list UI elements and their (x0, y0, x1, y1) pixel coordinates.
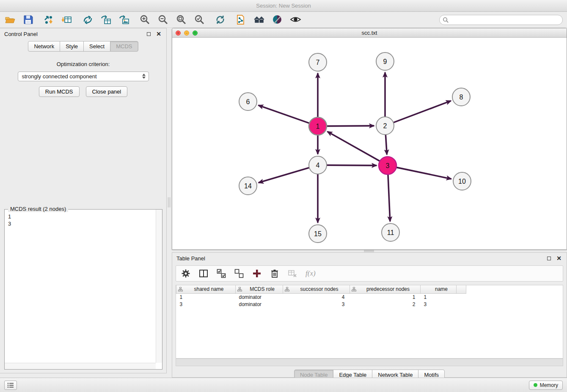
dropdown-selected-value: strongly connected component (22, 73, 97, 80)
graph-node-label-1: 1 (316, 123, 320, 130)
run-mcds-button[interactable]: Run MCDS (39, 86, 80, 97)
mcds-result-line[interactable]: 3 (8, 220, 152, 227)
deselect-all-icon[interactable] (234, 269, 244, 278)
table-horizontal-scrollbar[interactable] (176, 359, 563, 366)
tab-select[interactable]: Select (83, 41, 110, 52)
tab-style[interactable]: Style (60, 41, 84, 52)
column-header-mcds-role[interactable]: MCDS role (236, 285, 283, 293)
new-network-from-selection-icon[interactable] (235, 14, 247, 25)
zoom-out-icon[interactable] (157, 14, 169, 25)
memory-button[interactable]: Memory (529, 381, 563, 390)
delete-column-icon[interactable] (270, 269, 279, 278)
result-vertical-scrollbar[interactable] (156, 210, 162, 363)
sort-icon (352, 287, 356, 292)
save-session-icon[interactable] (22, 14, 34, 25)
tab-mcds[interactable]: MCDS (110, 41, 138, 52)
table-cell[interactable]: 3 (283, 301, 350, 308)
table-cell-filler (457, 301, 466, 308)
mcds-result-line[interactable]: 1 (8, 213, 152, 220)
float-table-panel-icon[interactable] (545, 255, 552, 262)
table-row[interactable]: 3dominator323 (176, 301, 466, 308)
table-cell[interactable]: 1 (421, 293, 457, 301)
export-network-icon[interactable] (82, 14, 94, 25)
zoom-in-icon[interactable] (139, 14, 151, 25)
graph-edge-4-14[interactable] (259, 168, 310, 183)
graph-edge-3-1[interactable] (328, 132, 380, 161)
mcds-result-list[interactable]: 13 (5, 210, 155, 362)
table-cell[interactable]: dominator (236, 301, 283, 308)
close-panel-icon[interactable]: ✕ (155, 30, 162, 37)
graph-edge-1-6[interactable] (259, 105, 310, 124)
zoom-selected-icon[interactable] (194, 14, 205, 25)
function-builder-icon[interactable]: f(x) (306, 269, 316, 278)
column-header-successor-nodes[interactable]: successor nodes (283, 285, 350, 293)
memory-label: Memory (540, 382, 558, 388)
float-panel-icon[interactable] (145, 30, 152, 37)
graph-edge-2-3[interactable] (385, 134, 387, 155)
control-panel: Control Panel ✕ Network Style Select MCD… (0, 28, 167, 373)
vertical-splitter[interactable] (167, 28, 172, 373)
sort-icon (237, 287, 242, 292)
graph-edge-3-10[interactable] (396, 167, 451, 179)
column-header-shared-name[interactable]: shared name (176, 285, 236, 293)
export-image-icon[interactable] (118, 14, 130, 25)
graph-edge-2-8[interactable] (393, 101, 451, 123)
close-table-panel-icon[interactable]: ✕ (556, 255, 562, 262)
horizontal-splitter-grip[interactable] (364, 250, 374, 252)
table-cell[interactable]: 2 (350, 301, 421, 308)
optimization-criterion-dropdown[interactable]: strongly connected component (18, 72, 149, 81)
table-cell[interactable]: dominator (236, 293, 283, 301)
settings-gear-icon[interactable] (181, 269, 190, 278)
export-table-icon[interactable] (100, 14, 112, 25)
graph-edge-3-11[interactable] (388, 174, 390, 221)
apply-layout-icon[interactable] (215, 14, 226, 25)
import-network-icon[interactable] (43, 14, 55, 25)
graph-node-label-9: 9 (383, 58, 387, 65)
task-history-button[interactable] (4, 381, 17, 390)
control-panel-tabs: Network Style Select MCDS (0, 41, 166, 52)
column-header-filler (457, 285, 466, 293)
home-icon[interactable] (253, 14, 265, 25)
column-selector-icon[interactable] (199, 269, 208, 278)
network-window-title: scc.txt (172, 30, 567, 36)
table-row[interactable]: 1dominator411 (176, 293, 466, 301)
table-cell-filler (457, 293, 466, 301)
import-table-icon[interactable] (61, 14, 73, 25)
window-title: Session: New Session (256, 3, 311, 9)
delete-table-icon[interactable] (288, 269, 297, 278)
eye-icon[interactable] (290, 14, 301, 25)
table-cell[interactable]: 3 (176, 301, 236, 308)
graph-node-label-8: 8 (460, 94, 463, 101)
graph-node-label-6: 6 (246, 98, 250, 105)
zoom-fit-icon[interactable] (176, 14, 187, 25)
graph-edge-4-3[interactable] (326, 165, 377, 166)
close-panel-button[interactable]: Close panel (86, 86, 128, 97)
search-input[interactable] (439, 15, 563, 25)
add-column-icon[interactable] (252, 269, 261, 278)
column-header-name[interactable]: name (421, 285, 457, 293)
network-canvas[interactable]: 7968123414101511 (172, 38, 567, 249)
table-panel: Table Panel ✕ (172, 252, 567, 378)
column-header-predecessor-nodes[interactable]: predecessor nodes (350, 285, 421, 293)
table-panel-title: Table Panel (176, 255, 205, 262)
mcds-result-box: MCDS result (2 nodes) 13 (4, 209, 162, 370)
result-horizontal-scrollbar[interactable] (5, 363, 156, 369)
network-graph[interactable]: 7968123414101511 (172, 38, 567, 249)
table-cell[interactable]: 1 (350, 293, 421, 301)
graph-node-label-10: 10 (458, 178, 466, 185)
status-bar: Memory (0, 378, 567, 392)
table-cell[interactable]: 4 (283, 293, 350, 301)
splitter-grip[interactable] (168, 197, 170, 207)
select-all-icon[interactable] (217, 269, 226, 278)
style-paint-icon[interactable] (272, 14, 283, 25)
graph-edge-1-2[interactable] (326, 126, 374, 126)
table-cell[interactable]: 3 (421, 301, 457, 308)
open-session-icon[interactable] (4, 14, 16, 25)
table-cell[interactable]: 1 (176, 293, 236, 301)
table-panel-header: Table Panel ✕ (172, 253, 567, 264)
network-window-titlebar[interactable]: scc.txt × − + (172, 28, 567, 38)
memory-status-dot (534, 383, 537, 387)
column-label: predecessor nodes (366, 286, 410, 292)
control-panel-title: Control Panel (4, 31, 38, 37)
tab-network[interactable]: Network (28, 41, 60, 52)
